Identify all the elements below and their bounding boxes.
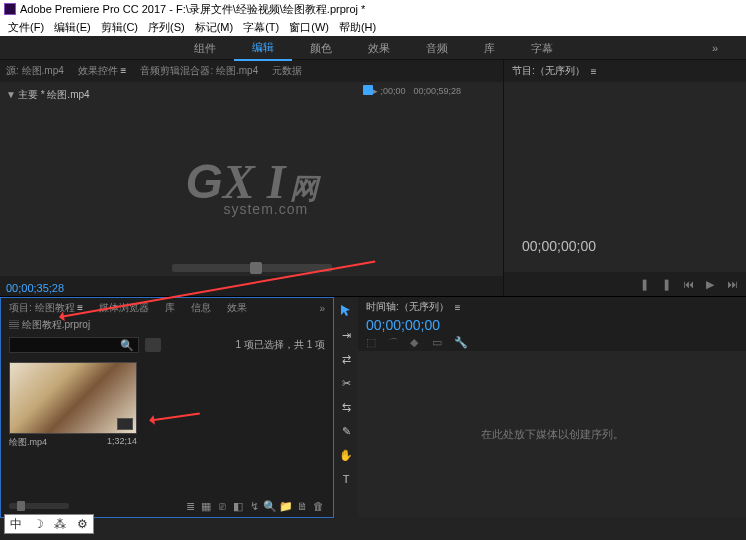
selection-status: 1 项已选择，共 1 项 (236, 338, 325, 352)
mark-in-icon[interactable]: ❚ (638, 278, 650, 290)
tab-source[interactable]: 源: 绘图.mp4 (6, 64, 64, 78)
menu-edit[interactable]: 编辑(E) (50, 20, 95, 35)
menu-window[interactable]: 窗口(W) (285, 20, 333, 35)
ruler-tick-end: 00;00;59;28 (414, 86, 462, 96)
window-title: Adobe Premiere Pro CC 2017 - F:\录屏文件\经验视… (20, 2, 365, 17)
ime-moon-icon[interactable]: ☽ (33, 517, 44, 531)
clip-name: 绘图.mp4 (9, 436, 47, 449)
mark-out-icon[interactable]: ❚ (660, 278, 672, 290)
new-item-icon[interactable]: 🗎 (295, 499, 309, 513)
search-icon: 🔍 (120, 339, 134, 352)
tab-audio-mixer[interactable]: 音频剪辑混合器: 绘图.mp4 (140, 64, 258, 78)
timeline-drop-hint: 在此处放下媒体以创建序列。 (481, 427, 624, 442)
selection-tool-icon[interactable] (338, 303, 354, 319)
zoom-slider[interactable] (172, 264, 332, 272)
ws-libraries[interactable]: 库 (466, 36, 513, 60)
tab-info[interactable]: 信息 (191, 301, 211, 315)
playhead-icon[interactable] (363, 85, 373, 95)
zoom-handle[interactable] (250, 262, 262, 274)
ws-audio[interactable]: 音频 (408, 36, 466, 60)
sort-icon[interactable]: ◧ (231, 499, 245, 513)
razor-tool-icon[interactable]: ✂ (338, 375, 354, 391)
marker-icon[interactable]: ◆ (410, 336, 422, 348)
panel-menu-icon[interactable]: ≡ (591, 66, 597, 77)
ws-effects[interactable]: 效果 (350, 36, 408, 60)
new-bin-button[interactable] (145, 338, 161, 352)
play-icon[interactable]: ▶ (704, 278, 716, 290)
timeline-display-icon[interactable]: ▭ (432, 336, 444, 348)
linked-selection-icon[interactable]: ⌒ (388, 336, 400, 348)
icon-view-icon[interactable]: ▦ (199, 499, 213, 513)
file-icon: ▤ (9, 319, 19, 330)
clip-thumbnail[interactable]: 绘图.mp4 1;32;14 (9, 362, 137, 489)
slip-tool-icon[interactable]: ⇆ (338, 399, 354, 415)
ruler-tick-start: ▸ ;00;00 (373, 86, 406, 96)
menu-sequence[interactable]: 序列(S) (144, 20, 189, 35)
ripple-edit-tool-icon[interactable]: ⇄ (338, 351, 354, 367)
ws-color[interactable]: 颜色 (292, 36, 350, 60)
timeline-timecode[interactable]: 00;00;00;00 (358, 317, 746, 333)
ime-mode[interactable]: 中 (10, 516, 22, 533)
tab-libraries[interactable]: 库 (165, 301, 175, 315)
menu-clip[interactable]: 剪辑(C) (97, 20, 142, 35)
clip-duration: 1;32;14 (107, 436, 137, 449)
program-timecode[interactable]: 00;00;00;00 (522, 238, 596, 254)
type-tool-icon[interactable]: T (338, 471, 354, 487)
ime-spark-icon[interactable]: ⁂ (54, 517, 66, 531)
tab-effects[interactable]: 效果 (227, 301, 247, 315)
freeform-view-icon[interactable]: ⎚ (215, 499, 229, 513)
ws-editing[interactable]: 编辑 (234, 35, 292, 61)
project-filename: 绘图教程.prproj (22, 319, 90, 330)
delete-icon[interactable]: 🗑 (311, 499, 325, 513)
ime-toolbar[interactable]: 中 ☽ ⁂ ⚙ (4, 514, 94, 534)
effect-master-label: ▼主要 * 绘图.mp4 (6, 88, 90, 102)
automate-icon[interactable]: ↯ (247, 499, 261, 513)
app-icon (4, 3, 16, 15)
new-bin-icon[interactable]: 📁 (279, 499, 293, 513)
ws-assembly[interactable]: 组件 (176, 36, 234, 60)
program-panel-title: 节目:（无序列） (512, 64, 585, 78)
step-fwd-icon[interactable]: ⏭ (726, 278, 738, 290)
source-timecode[interactable]: 00;00;35;28 (6, 282, 64, 294)
wrench-icon[interactable]: 🔧 (454, 336, 466, 348)
tab-media-browser[interactable]: 媒体浏览器 (99, 301, 149, 315)
menu-marker[interactable]: 标记(M) (191, 20, 238, 35)
pen-tool-icon[interactable]: ✎ (338, 423, 354, 439)
find-icon[interactable]: 🔍 (263, 499, 277, 513)
menu-file[interactable]: 文件(F) (4, 20, 48, 35)
ws-titles[interactable]: 字幕 (513, 36, 571, 60)
tab-project[interactable]: 项目: 绘图教程 ≡ (9, 301, 83, 315)
menu-help[interactable]: 帮助(H) (335, 20, 380, 35)
step-back-icon[interactable]: ⏮ (682, 278, 694, 290)
track-select-tool-icon[interactable]: ⇥ (338, 327, 354, 343)
menu-title[interactable]: 字幕(T) (239, 20, 283, 35)
tab-metadata[interactable]: 元数据 (272, 64, 302, 78)
timeline-title: 时间轴:（无序列） (366, 300, 449, 314)
workspace-tabs: 组件 编辑 颜色 效果 音频 库 字幕 » (0, 36, 746, 60)
workspace-overflow-icon[interactable]: » (694, 36, 736, 60)
menubar: 文件(F) 编辑(E) 剪辑(C) 序列(S) 标记(M) 字幕(T) 窗口(W… (0, 18, 746, 36)
hand-tool-icon[interactable]: ✋ (338, 447, 354, 463)
thumbnail-size-slider[interactable] (9, 503, 69, 509)
watermark: GGXI网X I网 system.com (185, 154, 317, 217)
list-view-icon[interactable]: ≣ (183, 499, 197, 513)
panel-menu-icon[interactable]: ≡ (455, 302, 461, 313)
chevron-down-icon[interactable]: ▼ (6, 89, 16, 100)
snap-icon[interactable]: ⬚ (366, 336, 378, 348)
search-input[interactable]: 🔍 (9, 337, 139, 353)
tab-effect-controls[interactable]: 效果控件 ≡ (78, 64, 127, 78)
ime-gear-icon[interactable]: ⚙ (77, 517, 88, 531)
panel-overflow-icon[interactable]: » (319, 303, 325, 314)
thumbnail-image (9, 362, 137, 434)
